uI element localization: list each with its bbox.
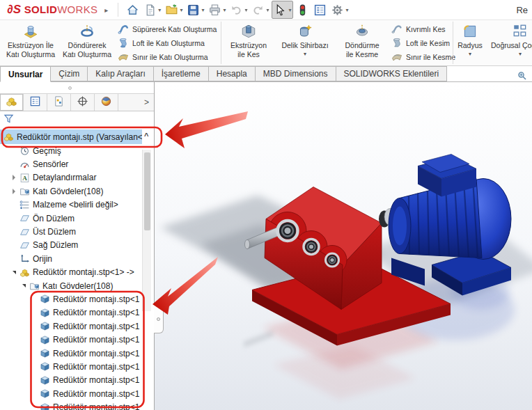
tree-item[interactable]: Sensörler: [0, 157, 142, 171]
display-manager-tab[interactable]: [95, 94, 118, 111]
tree-item[interactable]: Redüktör montajı.stp<1: [0, 400, 142, 410]
dropdown-arrow-icon[interactable]: ▾: [180, 7, 182, 13]
linear-pattern-command[interactable]: Doğrusal Çoğaltm▾: [486, 20, 532, 65]
dropdown-arrow-icon[interactable]: ▾: [345, 7, 348, 13]
panel-splitter-tab[interactable]: [154, 304, 164, 333]
options-gear-button[interactable]: ▾: [329, 1, 350, 19]
dropdown-arrow-icon[interactable]: ▾: [304, 51, 306, 57]
boss-extrude-command[interactable]: Ekstrüzyon İle Katı Oluşturma: [3, 20, 58, 65]
expander-collapsed-icon[interactable]: [8, 189, 19, 194]
electric-motor: [389, 155, 511, 296]
home-button[interactable]: [125, 1, 141, 19]
loft-cut-command[interactable]: Loft ile Kesim: [391, 36, 451, 50]
rebuild-traffic-light-button[interactable]: [295, 1, 311, 19]
save-button[interactable]: ▾: [185, 1, 205, 19]
display-manager-icon: [100, 95, 112, 110]
tree-item[interactable]: Malzeme <belirli değil>: [0, 198, 142, 212]
tree-collapse-caret[interactable]: ^: [144, 132, 148, 140]
revolve-boss-command[interactable]: Döndürerek Katı Oluşturma: [58, 20, 116, 65]
tree-item[interactable]: Redüktör montajı.stp<1: [0, 387, 142, 400]
tree-item[interactable]: Redüktör montajı.stp<1> ->: [0, 266, 142, 279]
toolbar-expand-arrow-icon[interactable]: ▸: [104, 6, 108, 14]
options-gear-icon: [331, 3, 344, 17]
ribbon-group-separator: [221, 22, 221, 64]
tab--izim[interactable]: Çizim: [51, 66, 88, 81]
dropdown-arrow-icon[interactable]: ▾: [158, 7, 161, 13]
panel-split-handle[interactable]: [0, 82, 154, 93]
tree-item[interactable]: Redüktör montajı.stp<1: [0, 333, 142, 346]
toolbar-separator: [118, 3, 118, 17]
property-manager-tab[interactable]: [24, 94, 47, 111]
dropdown-arrow-icon[interactable]: ▾: [469, 51, 471, 57]
select-cursor-button[interactable]: ▾: [272, 1, 293, 19]
dropdown-arrow-icon[interactable]: ▾: [223, 7, 226, 13]
solidworks-window: ∂S SOLIDWORKS ▸ ▾▾▾▾▾▾▾▾ Re Ekstrüzyon İ…: [0, 0, 532, 410]
tree-item[interactable]: ADetaylandırmalar: [0, 171, 142, 184]
search-pin-icon[interactable]: [517, 70, 528, 81]
boundary-boss-command[interactable]: Sınır ile Katı Oluşturma: [117, 50, 219, 64]
new-document-button[interactable]: ▾: [142, 1, 162, 19]
tree-item[interactable]: Redüktör montajı.stp<1: [0, 347, 142, 360]
tab-unsurlar[interactable]: Unsurlar: [0, 66, 51, 82]
expander-expanded-icon[interactable]: [18, 284, 29, 287]
boundary-cut-command[interactable]: Sınır ile Kesme: [391, 50, 451, 64]
tree-item[interactable]: Redüktör montajı.stp<1: [0, 292, 142, 306]
graphics-viewport[interactable]: [155, 82, 532, 410]
dropdown-arrow-icon[interactable]: ▾: [244, 7, 247, 13]
dimxpert-tab[interactable]: [71, 94, 95, 111]
loft-boss-command[interactable]: Loft ile Katı Oluşturma: [117, 36, 219, 50]
dropdown-arrow-icon[interactable]: ▾: [288, 7, 291, 13]
panel-header-tabs: >: [0, 93, 154, 111]
tree-item[interactable]: Katı Gövdeler(108): [0, 184, 142, 198]
plane-icon: [19, 240, 30, 251]
dropdown-arrow-icon[interactable]: ▾: [266, 7, 269, 13]
top-toolbar: ∂S SOLIDWORKS ▸ ▾▾▾▾▾▾▾▾ Re: [0, 0, 532, 20]
tree-item-label: Redüktör montajı.stp<1: [53, 375, 139, 385]
dropdown-arrow-icon[interactable]: ▾: [519, 51, 522, 57]
tree-item[interactable]: Orijin: [0, 252, 142, 265]
hole-wizard-command[interactable]: Delik Sihirbazı▾: [275, 20, 335, 65]
loft-boss-icon: [117, 37, 130, 49]
tree-item[interactable]: Geçmiş: [0, 144, 142, 157]
material-icon: [19, 200, 30, 210]
tree-item[interactable]: Redüktör montajı.stp<1: [0, 360, 142, 373]
undo-button: ▾: [228, 1, 249, 19]
print-button[interactable]: ▾: [207, 1, 227, 19]
expander-collapsed-icon[interactable]: [8, 175, 19, 180]
tab-mbd-dimensions[interactable]: MBD Dimensions: [256, 66, 336, 81]
tree-item-label: Katı Gövdeler(108): [42, 281, 113, 291]
panel-flyout-arrow[interactable]: >: [144, 94, 149, 111]
tab-i-aretleme[interactable]: İşaretleme: [154, 66, 209, 81]
open-button[interactable]: ▾: [164, 1, 184, 19]
configuration-manager-tab[interactable]: [47, 94, 71, 111]
swept-cut-command[interactable]: Kıvrımlı Kes: [391, 22, 451, 36]
tab-kal-p-ara-lar-[interactable]: Kalıp Araçları: [88, 66, 153, 81]
dropdown-arrow-icon[interactable]: ▾: [201, 7, 204, 13]
plane-icon: [19, 227, 30, 237]
tree-item[interactable]: Redüktör montajı.stp<1: [0, 320, 142, 333]
expander-expanded-icon[interactable]: [8, 271, 19, 274]
command-label: Ekstrüzyon ile Kes: [230, 41, 267, 59]
tree-item-label: Sensörler: [33, 159, 68, 169]
properties-button[interactable]: [312, 1, 328, 19]
filter-funnel-icon[interactable]: [3, 113, 14, 127]
tree-item[interactable]: Redüktör montajı.stp (Varsayılan<: [0, 129, 142, 144]
featuremanager-tab[interactable]: [0, 94, 24, 111]
tree-scrollbar[interactable]: [142, 150, 151, 311]
tab-hesapla[interactable]: Hesapla: [209, 66, 256, 81]
tree-item[interactable]: Ön Düzlem: [0, 212, 142, 225]
history-icon: [19, 145, 30, 156]
tree-item[interactable]: Redüktör montajı.stp<1: [0, 374, 142, 387]
extruded-cut-command[interactable]: Ekstrüzyon ile Kes: [222, 20, 275, 65]
revolved-cut-command[interactable]: Döndürme ile Kesme: [335, 20, 389, 65]
swept-boss-command[interactable]: Süpürerek Katı Oluşturma: [117, 22, 219, 36]
tab-solidworks-eklentileri[interactable]: SOLIDWORKS Eklentileri: [336, 66, 448, 81]
fillet-command[interactable]: Radyus▾: [454, 20, 486, 65]
tree-item[interactable]: Katı Gövdeler(108): [0, 279, 142, 292]
tree-item[interactable]: Üst Düzlem: [0, 225, 142, 238]
tree-scrollbar-thumb[interactable]: [144, 152, 150, 230]
revolved-cut-icon: [354, 23, 370, 40]
tree-item[interactable]: Redüktör montajı.stp<1: [0, 306, 142, 320]
tree-item[interactable]: Sağ Düzlem: [0, 239, 142, 252]
part-yellow-icon: [3, 132, 14, 142]
